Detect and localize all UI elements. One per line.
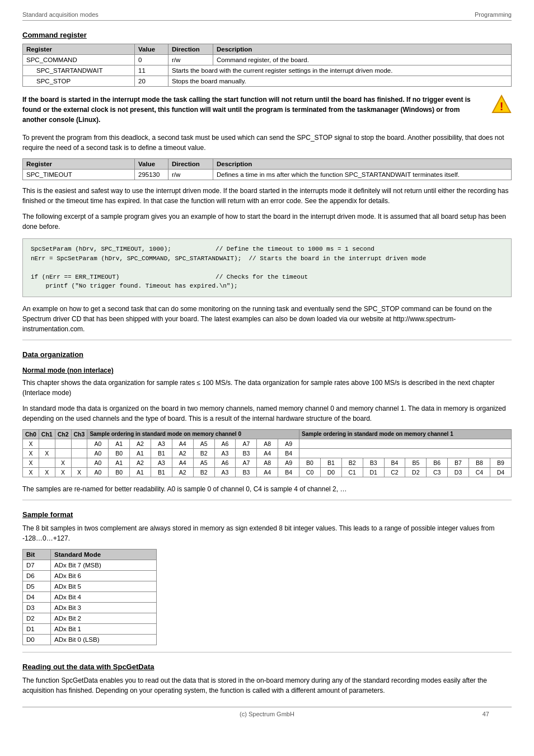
page-footer: (c) Spectrum GmbH 47 (22, 707, 512, 717)
normal-mode-heading: Normal mode (non interlace) (22, 367, 512, 374)
sample-format-heading: Sample format (22, 510, 512, 519)
col-register: Register (23, 44, 135, 55)
col-description: Description (213, 159, 512, 170)
data-org-para2: In standard mode tha data is organized o… (22, 403, 512, 424)
direction-cell: r/w (168, 170, 213, 180)
section-divider (22, 340, 512, 340)
mode-cell: ADx Bit 6 (51, 570, 157, 581)
data-organization-heading: Data organization (22, 350, 512, 359)
col-direction: Direction (168, 44, 213, 55)
warning-icon: ! (491, 95, 512, 115)
bit-cell: D2 (23, 613, 51, 623)
direction-cell: Starts the board with the current regist… (168, 65, 512, 76)
command-register-heading: Command register (22, 31, 512, 39)
value-cell: 11 (135, 65, 168, 76)
para3: The following excerpt of a sample progra… (22, 212, 512, 232)
table-row: SPC_TIMEOUT 295130 r/w Defines a time in… (23, 170, 512, 180)
direction-cell: r/w (168, 55, 213, 65)
reading-data-heading: Reading out the data with SpcGetData (22, 663, 512, 671)
command-register-table: Register Value Direction Description SPC… (22, 44, 512, 87)
section-divider-2 (22, 500, 512, 500)
value-cell: 20 (135, 76, 168, 87)
bit-cell: D0 (23, 634, 51, 645)
bit-table: Bit Standard Mode D7ADx Bit 7 (MSB)D6ADx… (22, 549, 157, 645)
register-cell: SPC_STARTANDWAIT (23, 65, 135, 76)
para4: An example on how to get a second task t… (22, 304, 512, 334)
direction-cell: Stops the board manually. (168, 76, 512, 87)
col-register: Register (23, 159, 135, 170)
timeout-table: Register Value Direction Description SPC… (22, 158, 512, 180)
table-row: SPC_STOP 20 Stops the board manually. (23, 76, 512, 87)
bit-cell: D5 (23, 581, 51, 591)
col-standard-mode: Standard Mode (51, 549, 157, 560)
register-cell: SPC_COMMAND (23, 55, 135, 65)
register-cell: SPC_STOP (23, 76, 135, 87)
sample-format-section: Sample format The 8 bit samples in twos … (22, 510, 512, 645)
col-ch3: Ch3 (71, 429, 87, 439)
sample-ordering-table: Ch0 Ch1 Ch2 Ch3 Sample ordering in stand… (22, 429, 512, 477)
table-row: D0ADx Bit 0 (LSB) (23, 634, 157, 645)
col-ch1: Ch1 (39, 429, 55, 439)
svg-text:!: ! (500, 100, 504, 112)
col-description: Description (213, 44, 512, 55)
para1: To prevent the program from this deadloc… (22, 133, 512, 153)
header-left: Standard acquisition modes (22, 11, 99, 18)
col-ch2: Ch2 (55, 429, 71, 439)
bit-cell: D1 (23, 623, 51, 634)
table-row: D1ADx Bit 1 (23, 623, 157, 634)
reading-data-section: Reading out the data with SpcGetData The… (22, 663, 512, 696)
col-bit: Bit (23, 549, 51, 560)
bit-cell: D6 (23, 570, 51, 581)
mode-cell: ADx Bit 2 (51, 613, 157, 623)
table-row: D2ADx Bit 2 (23, 613, 157, 623)
table-row: D3ADx Bit 3 (23, 602, 157, 613)
warning-box: If the board is started in the interrupt… (22, 95, 512, 125)
table-row: X A0A1A2A3A4A5A6A7A8A9 (23, 439, 512, 448)
sample-format-para1: The 8 bit samples in twos complement are… (22, 523, 512, 543)
section2-label: Sample ordering in standard mode on memo… (299, 429, 512, 439)
col-value: Value (135, 159, 168, 170)
mode-cell: ADx Bit 1 (51, 623, 157, 634)
mode-cell: ADx Bit 7 (MSB) (51, 560, 157, 570)
section-divider-3 (22, 652, 512, 652)
description-cell: Command register, of the board. (213, 55, 512, 65)
table-row: D6ADx Bit 6 (23, 570, 157, 581)
register-cell: SPC_TIMEOUT (23, 170, 135, 180)
code-block: SpcSetParam (hDrv, SPC_TIMEOUT, 1000); /… (22, 238, 512, 297)
col-ch0: Ch0 (23, 429, 39, 439)
table-row: X X X X A0B0A1B1A2B2A3B3A4B4 C0D0C1D1C2D… (23, 467, 512, 477)
bit-cell: D7 (23, 560, 51, 570)
bit-cell: D4 (23, 591, 51, 602)
data-organization-section: Data organization Normal mode (non inter… (22, 350, 512, 494)
mode-cell: ADx Bit 4 (51, 591, 157, 602)
mode-cell: ADx Bit 0 (LSB) (51, 634, 157, 645)
data-org-para3: The samples are re-named for better read… (22, 484, 512, 494)
table-row: SPC_COMMAND 0 r/w Command register, of t… (23, 55, 512, 65)
value-cell: 0 (135, 55, 168, 65)
table-row: D4ADx Bit 4 (23, 591, 157, 602)
table-row: D7ADx Bit 7 (MSB) (23, 560, 157, 570)
footer-center: (c) Spectrum GmbH (240, 711, 294, 717)
col-direction: Direction (168, 159, 213, 170)
page-number: 47 (483, 711, 489, 717)
bit-cell: D3 (23, 602, 51, 613)
mode-cell: ADx Bit 3 (51, 602, 157, 613)
table-row: X X A0B0A1B1A2B2A3B3A4B4 (23, 448, 512, 458)
data-org-para1: This chapter shows the data organization… (22, 378, 512, 398)
page-header: Standard acquisition modes Programming (22, 11, 512, 21)
para2: This is the easiest and safest way to us… (22, 186, 512, 206)
command-register-section: Command register Register Value Directio… (22, 31, 512, 334)
reading-data-para1: The function SpcGetData enables you to r… (22, 675, 512, 696)
value-cell: 295130 (135, 170, 168, 180)
description-cell: Defines a time in ms after which the fun… (213, 170, 512, 180)
table-row: SPC_STARTANDWAIT 11 Starts the board wit… (23, 65, 512, 76)
col-value: Value (135, 44, 168, 55)
mode-cell: ADx Bit 5 (51, 581, 157, 591)
header-right: Programming (475, 11, 512, 18)
table-row: X X A0A1A2A3A4A5A6A7A8A9 B0B1B2B3B4B5B6B… (23, 458, 512, 467)
section1-label: Sample ordering in standard mode on memo… (87, 429, 299, 439)
warning-text: If the board is started in the interrupt… (22, 95, 484, 125)
table-row: D5ADx Bit 5 (23, 581, 157, 591)
